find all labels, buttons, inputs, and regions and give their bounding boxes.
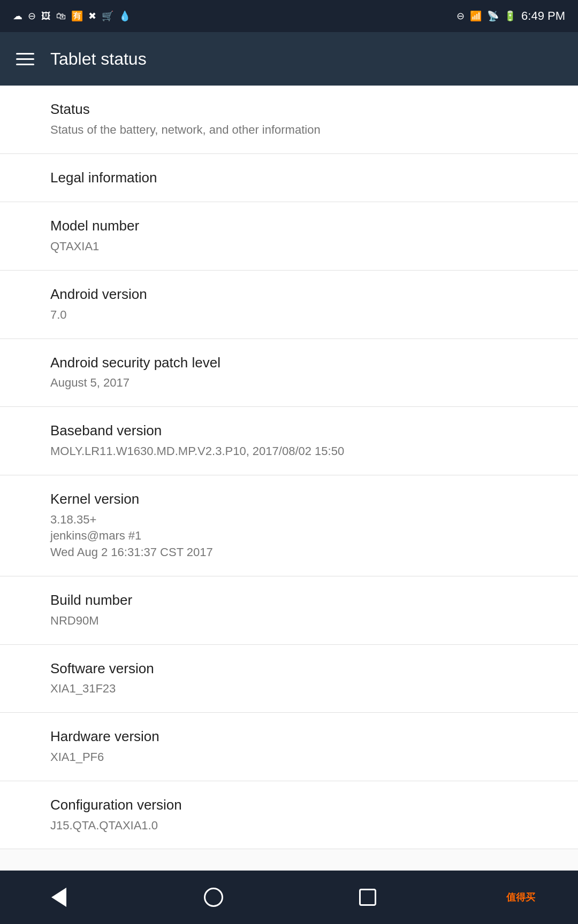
baseband-version-title: Baseband version bbox=[50, 422, 528, 440]
home-button[interactable] bbox=[197, 881, 230, 913]
minus-circle-icon: ⊖ bbox=[28, 10, 36, 22]
model-number-title: Model number bbox=[50, 217, 528, 235]
bag-icon: 🛍 bbox=[56, 11, 66, 22]
hamburger-line-2 bbox=[16, 58, 34, 60]
status-bar: ☁ ⊖ 🖼 🛍 🈶 ✖ 🛒 💧 ⊖ 📶 📡 🔋 6:49 PM bbox=[0, 0, 578, 32]
water-icon: 💧 bbox=[119, 10, 131, 22]
nav-logo-group: 值得买 bbox=[506, 891, 535, 904]
navigation-bar: 值得买 bbox=[0, 871, 578, 924]
home-icon bbox=[204, 888, 223, 907]
android-version-title: Android version bbox=[50, 286, 528, 304]
list-item-configuration-version: Configuration version J15.QTA.QTAXIA1.0 bbox=[0, 781, 578, 850]
image-icon: 🖼 bbox=[41, 11, 51, 22]
legal-information-title: Legal information bbox=[50, 169, 528, 187]
android-security-patch-value: August 5, 2017 bbox=[50, 375, 528, 391]
configuration-version-title: Configuration version bbox=[50, 796, 528, 814]
software-version-title: Software version bbox=[50, 660, 528, 678]
menu-button[interactable] bbox=[16, 53, 34, 65]
hardware-version-value: XIA1_PF6 bbox=[50, 749, 528, 766]
back-icon bbox=[51, 888, 66, 907]
dnd-icon: ⊖ bbox=[457, 10, 465, 22]
configuration-version-value: J15.QTA.QTAXIA1.0 bbox=[50, 818, 528, 834]
list-item-android-security-patch: Android security patch level August 5, 2… bbox=[0, 339, 578, 407]
list-item-software-version: Software version XIA1_31F23 bbox=[0, 645, 578, 713]
list-item-hardware-version: Hardware version XIA1_PF6 bbox=[0, 713, 578, 781]
bag2-icon: 🛒 bbox=[102, 10, 113, 22]
status-icons-left: ☁ ⊖ 🖼 🛍 🈶 ✖ 🛒 💧 bbox=[13, 10, 131, 22]
wifi-icon: 📶 bbox=[470, 10, 482, 22]
clock: 6:49 PM bbox=[521, 9, 565, 23]
build-number-title: Build number bbox=[50, 591, 528, 610]
model-number-value: QTAXIA1 bbox=[50, 238, 528, 255]
list-item-android-version: Android version 7.0 bbox=[0, 271, 578, 339]
list-item-kernel-version: Kernel version 3.18.35+ jenkins@mars #1 … bbox=[0, 475, 578, 576]
status-subtitle: Status of the battery, network, and othe… bbox=[50, 122, 528, 138]
nav-logo-text: 值得买 bbox=[506, 891, 535, 904]
recents-button[interactable] bbox=[352, 881, 384, 913]
status-title: Status bbox=[50, 101, 528, 119]
list-item-model-number: Model number QTAXIA1 bbox=[0, 202, 578, 271]
recents-icon bbox=[359, 889, 376, 906]
toolbar: Tablet status bbox=[0, 32, 578, 86]
back-button[interactable] bbox=[43, 881, 75, 913]
list-item-legal-information[interactable]: Legal information bbox=[0, 154, 578, 203]
kernel-version-title: Kernel version bbox=[50, 490, 528, 509]
hamburger-line-3 bbox=[16, 64, 34, 65]
list-item-status[interactable]: Status Status of the battery, network, a… bbox=[0, 86, 578, 154]
cloud-icon: ☁ bbox=[13, 10, 22, 22]
android-version-value: 7.0 bbox=[50, 307, 528, 324]
build-number-value: NRD90M bbox=[50, 613, 528, 629]
software-version-value: XIA1_31F23 bbox=[50, 681, 528, 697]
battery-icon: 🔋 bbox=[504, 10, 516, 22]
hardware-version-title: Hardware version bbox=[50, 728, 528, 746]
status-icons-right: ⊖ 📶 📡 🔋 6:49 PM bbox=[457, 9, 565, 23]
list-item-baseband-version: Baseband version MOLY.LR11.W1630.MD.MP.V… bbox=[0, 407, 578, 475]
content-area: Status Status of the battery, network, a… bbox=[0, 86, 578, 871]
list-item-build-number: Build number NRD90M bbox=[0, 576, 578, 645]
baseband-version-value: MOLY.LR11.W1630.MD.MP.V2.3.P10, 2017/08/… bbox=[50, 443, 528, 460]
signal-icon: 📡 bbox=[487, 10, 499, 22]
android-security-patch-title: Android security patch level bbox=[50, 354, 528, 372]
page-title: Tablet status bbox=[50, 49, 147, 69]
hamburger-line-1 bbox=[16, 53, 34, 55]
kernel-version-value: 3.18.35+ jenkins@mars #1 Wed Aug 2 16:31… bbox=[50, 512, 528, 561]
close-box-icon: ✖ bbox=[88, 10, 96, 22]
knowledge-icon: 🈶 bbox=[71, 10, 83, 22]
